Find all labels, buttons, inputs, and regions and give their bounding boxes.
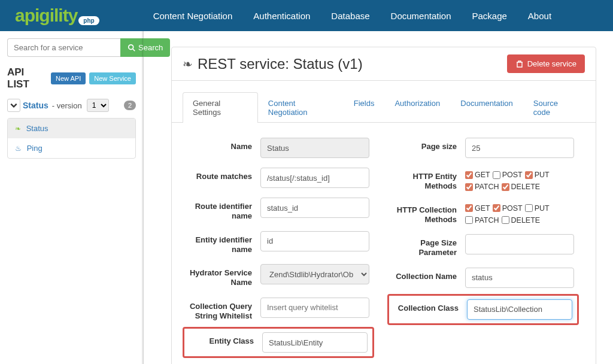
sidebar: Search API LIST New API New Service Stat…	[0, 31, 144, 364]
api-name-link[interactable]: Status	[23, 101, 48, 110]
api-list-title: API LIST	[7, 66, 47, 90]
collection-post-checkbox-label[interactable]: POST	[493, 204, 523, 213]
checkbox-text: PATCH	[475, 216, 499, 225]
route-matches-input[interactable]	[260, 168, 369, 188]
query-whitelist-label: Collection Query String Whitelist	[183, 298, 260, 321]
entity-get-checkbox-label[interactable]: GET	[465, 171, 490, 179]
nav-content-negotiation[interactable]: Content Negotiation	[153, 11, 233, 21]
api-collapse-toggle[interactable]	[7, 99, 20, 112]
nav-package[interactable]: Package	[472, 11, 506, 21]
service-panel: ❧ REST service: Status (v1) Delete servi…	[171, 47, 596, 364]
collection-put-checkbox-label[interactable]: PUT	[525, 204, 550, 213]
trash-icon	[515, 60, 524, 68]
entity-get-checkbox[interactable]	[465, 171, 473, 179]
version-select[interactable]: 1	[87, 99, 109, 112]
name-input	[260, 138, 369, 158]
logo[interactable]: apigility php	[15, 5, 99, 26]
collection-delete-checkbox-label[interactable]: DELETE	[502, 216, 541, 225]
hydrator-label: Hydrator Service Name	[183, 264, 260, 288]
entity-post-checkbox-label[interactable]: POST	[493, 171, 523, 179]
new-service-button[interactable]: New Service	[89, 72, 136, 84]
page-size-input[interactable]	[465, 138, 574, 158]
hydrator-select[interactable]: Zend\Stdlib\Hydrator\ObjectProperty	[260, 264, 369, 284]
service-count-badge: 2	[124, 101, 136, 110]
entity-delete-checkbox[interactable]	[502, 183, 509, 191]
checkbox-text: POST	[502, 171, 523, 179]
logo-pill: php	[78, 16, 99, 25]
entity-post-checkbox[interactable]	[493, 171, 500, 179]
collection-name-label: Collection Name	[387, 268, 465, 281]
collection-put-checkbox[interactable]	[525, 204, 533, 212]
checkbox-text: PATCH	[475, 183, 499, 191]
leaf-icon: ❧	[15, 125, 21, 133]
sidebar-item-status[interactable]: ❧ Status	[8, 119, 135, 138]
svg-line-1	[133, 48, 135, 51]
collection-post-checkbox[interactable]	[493, 204, 500, 212]
query-whitelist-input[interactable]	[260, 298, 369, 318]
chevron-down-icon	[10, 101, 18, 110]
delete-service-button[interactable]: Delete service	[507, 54, 585, 73]
leaf-icon: ❧	[183, 57, 193, 71]
collection-class-label: Collection Class	[389, 299, 467, 313]
checkbox-text: PUT	[535, 171, 550, 179]
tab-general-settings[interactable]: General Settings	[183, 92, 258, 123]
service-link-label[interactable]: Status	[26, 124, 48, 133]
collection-get-checkbox[interactable]	[465, 204, 473, 212]
checkbox-text: PUT	[535, 204, 550, 213]
service-list: ❧ Status ♨ Ping	[7, 118, 136, 159]
tab-content-negotiation[interactable]: Content Negotiation	[258, 92, 344, 123]
page-size-param-label: Page Size Parameter	[387, 234, 465, 258]
entity-class-input[interactable]	[262, 332, 368, 353]
collection-get-checkbox-label[interactable]: GET	[465, 204, 490, 213]
nav-documentation[interactable]: Documentation	[391, 11, 451, 21]
tab-documentation[interactable]: Documentation	[450, 92, 523, 123]
route-identifier-label: Route identifier name	[183, 198, 260, 222]
page-size-param-input[interactable]	[465, 234, 574, 254]
entity-patch-checkbox[interactable]	[465, 183, 473, 191]
entity-delete-checkbox-label[interactable]: DELETE	[502, 183, 541, 191]
tab-fields[interactable]: Fields	[344, 92, 385, 123]
form-right-column: Page size HTTP Entity Methods GETPOSTPUT…	[387, 138, 574, 354]
collection-patch-checkbox-label[interactable]: PATCH	[465, 216, 499, 225]
collection-class-input[interactable]	[467, 299, 572, 320]
nav-about[interactable]: About	[528, 11, 551, 21]
tabs: General Settings Content Negotiation Fie…	[172, 81, 596, 123]
checkbox-text: DELETE	[511, 216, 541, 225]
nav-database[interactable]: Database	[331, 11, 369, 21]
version-label: - version	[52, 101, 82, 110]
collection-patch-checkbox[interactable]	[465, 216, 473, 224]
checkbox-text: DELETE	[511, 183, 541, 191]
collection-delete-checkbox[interactable]	[502, 216, 509, 224]
entity-patch-checkbox-label[interactable]: PATCH	[465, 183, 499, 191]
name-label: Name	[183, 138, 260, 151]
nav-authentication[interactable]: Authentication	[253, 11, 310, 21]
search-input[interactable]	[7, 38, 120, 57]
main-content: ❧ REST service: Status (v1) Delete servi…	[144, 31, 613, 364]
fire-icon: ♨	[15, 144, 22, 153]
entity-class-label: Entity Class	[184, 332, 262, 346]
svg-point-0	[129, 44, 133, 49]
route-identifier-input[interactable]	[260, 198, 369, 218]
page-title: REST service: Status (v1)	[198, 56, 507, 72]
checkbox-text: POST	[502, 204, 523, 213]
collection-methods-group: GETPOSTPUTPATCHDELETE	[465, 201, 574, 225]
entity-put-checkbox[interactable]	[525, 171, 533, 179]
search-button-label: Search	[138, 43, 163, 52]
new-api-button[interactable]: New API	[51, 72, 86, 84]
page-size-label: Page size	[387, 138, 465, 151]
checkbox-text: GET	[475, 171, 490, 179]
main-nav: Content Negotiation Authentication Datab…	[153, 11, 551, 21]
collection-name-input[interactable]	[465, 268, 574, 288]
tab-source-code[interactable]: Source code	[523, 92, 585, 123]
entity-put-checkbox-label[interactable]: PUT	[525, 171, 550, 179]
sidebar-item-ping[interactable]: ♨ Ping	[8, 138, 135, 158]
search-icon	[128, 44, 136, 52]
route-matches-label: Route matches	[183, 168, 260, 181]
entity-identifier-label: Entity identifier name	[183, 231, 260, 255]
entity-identifier-input[interactable]	[260, 231, 369, 251]
service-link-label[interactable]: Ping	[27, 144, 43, 153]
search-button[interactable]: Search	[120, 38, 170, 57]
top-navbar: apigility php Content Negotiation Authen…	[0, 0, 613, 31]
checkbox-text: GET	[475, 204, 490, 213]
tab-authorization[interactable]: Authorization	[384, 92, 450, 123]
